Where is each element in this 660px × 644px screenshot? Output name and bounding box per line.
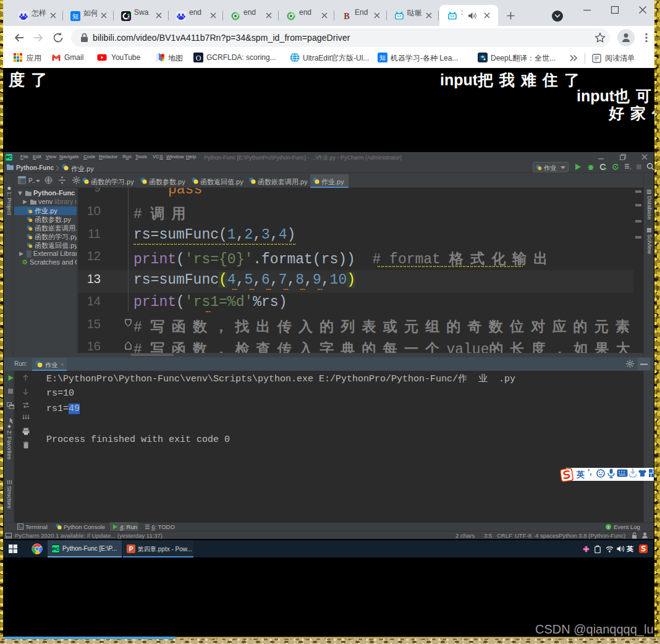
svg-text:P: P	[129, 546, 133, 553]
svg-text:知: 知	[379, 54, 386, 61]
svg-text:知: 知	[72, 13, 78, 20]
svg-text:O: O	[196, 54, 201, 62]
svg-text:PC: PC	[52, 546, 59, 552]
svg-text:B: B	[344, 12, 349, 21]
svg-text:PC: PC	[6, 155, 12, 159]
